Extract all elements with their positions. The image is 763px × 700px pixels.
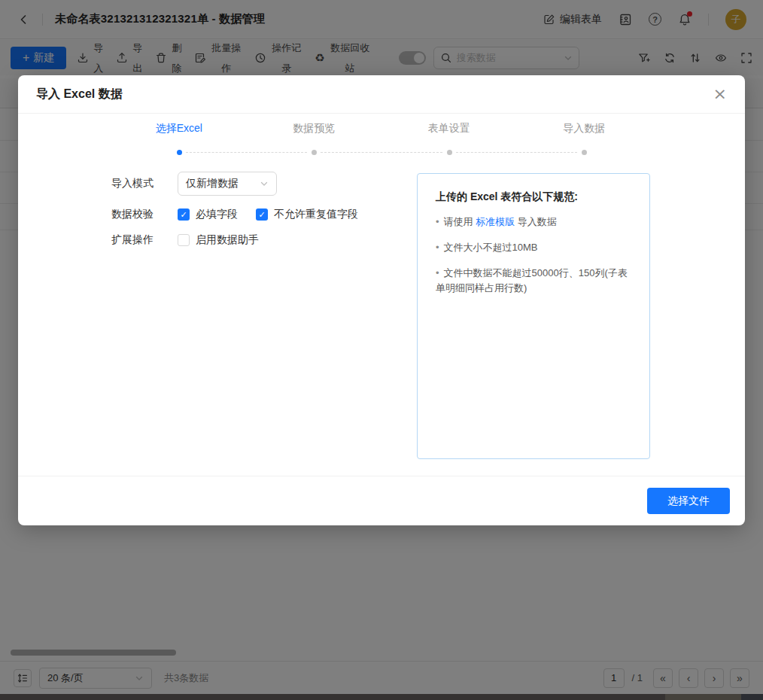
modal-title: 导入 Excel 数据 xyxy=(36,87,123,102)
checkbox-checked-icon: ✓ xyxy=(178,208,190,221)
step-connector xyxy=(321,152,442,153)
rule-filesize: •文件大小不超过10MB xyxy=(436,240,631,255)
import-stepper: 选择Excel 数据预览 表单设置 导入数据 xyxy=(111,122,652,160)
step-select-excel[interactable]: 选择Excel xyxy=(111,122,247,135)
step-connector xyxy=(186,152,308,153)
step-connector xyxy=(456,152,578,153)
checkbox-unchecked-icon xyxy=(178,234,190,246)
modal-footer: 选择文件 xyxy=(18,476,745,525)
checkbox-checked-icon: ✓ xyxy=(256,208,268,221)
rules-title: 上传的 Excel 表符合以下规范: xyxy=(436,190,631,204)
bullet-icon: • xyxy=(436,267,439,278)
import-mode-select[interactable]: 仅新增数据 xyxy=(178,172,277,196)
rule-template: •请使用 标准模版 导入数据 xyxy=(436,215,631,230)
step-import-data[interactable]: 导入数据 xyxy=(517,122,652,135)
step-data-preview[interactable]: 数据预览 xyxy=(247,122,382,135)
step-form-settings[interactable]: 表单设置 xyxy=(382,122,517,135)
bullet-icon: • xyxy=(436,242,439,253)
data-assistant-checkbox[interactable]: 启用数据助手 xyxy=(178,233,259,247)
step-dot-3 xyxy=(447,150,452,155)
bullet-icon: • xyxy=(436,216,439,227)
step-dot-4 xyxy=(582,150,587,155)
extend-ops-label: 扩展操作 xyxy=(111,233,157,247)
data-validation-label: 数据校验 xyxy=(111,208,157,221)
import-excel-modal: 导入 Excel 数据 × 选择Excel 数据预览 表单设置 导入数据 导入模… xyxy=(18,75,745,525)
import-options-form: 导入模式 仅新增数据 数据校验 ✓ 必填字段 ✓ 不允许重复值字段 扩展操作 xyxy=(111,172,405,259)
step-dot-2 xyxy=(312,150,317,155)
no-duplicate-checkbox[interactable]: ✓ 不允许重复值字段 xyxy=(256,208,358,221)
close-icon[interactable]: × xyxy=(713,86,727,102)
import-mode-label: 导入模式 xyxy=(111,177,157,190)
required-fields-checkbox[interactable]: ✓ 必填字段 xyxy=(178,208,238,221)
upload-rules-panel: 上传的 Excel 表符合以下规范: •请使用 标准模版 导入数据 •文件大小不… xyxy=(417,173,650,459)
choose-file-button[interactable]: 选择文件 xyxy=(647,488,730,514)
modal-header: 导入 Excel 数据 × xyxy=(18,75,745,114)
chevron-down-icon xyxy=(260,179,269,188)
step-dot-1 xyxy=(177,150,182,155)
standard-template-link[interactable]: 标准模版 xyxy=(476,216,515,227)
rule-rowlimit: •文件中数据不能超过50000行、150列(子表单明细同样占用行数) xyxy=(436,266,631,296)
